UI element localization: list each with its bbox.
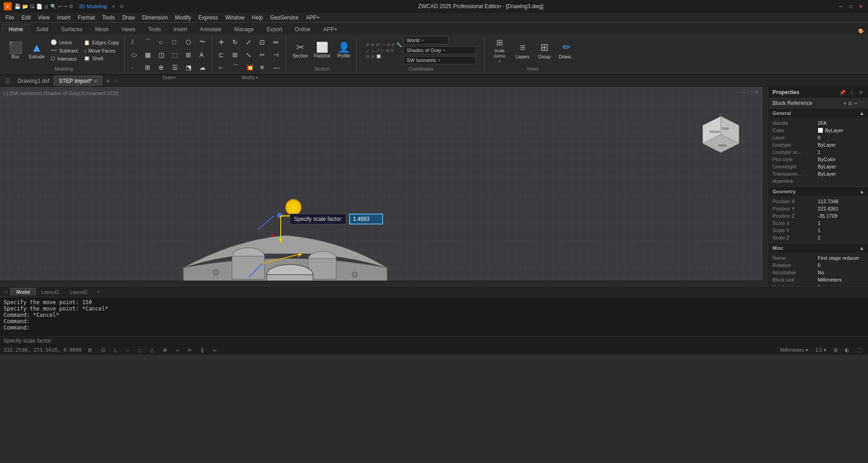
circle-btn[interactable]: ○	[156, 38, 168, 47]
extend-btn[interactable]: ⊣	[270, 50, 283, 59]
move-faces-button[interactable]: ↕ Move Faces	[81, 47, 122, 54]
boundary-btn[interactable]: ⬔	[183, 63, 196, 72]
status-osnap[interactable]: □	[135, 348, 144, 353]
status-qp[interactable]: ═	[210, 348, 219, 353]
gradient-btn[interactable]: ◫	[156, 50, 168, 59]
block-ref-edit-icon[interactable]: ✏	[854, 100, 858, 106]
subtract-button[interactable]: ➖ Subtract	[48, 47, 80, 54]
fillet-btn[interactable]: ⌐	[216, 63, 229, 72]
scale-btn[interactable]: ⤢	[243, 38, 256, 47]
status-scale[interactable]: 1:1 ▾	[813, 347, 829, 353]
array-btn[interactable]: ⊞	[230, 50, 242, 59]
horizontal-scrollbar[interactable]	[0, 281, 763, 286]
flatshot-button[interactable]: ⬜ Flatshot	[312, 37, 333, 64]
section-button[interactable]: ✂ Section	[290, 37, 310, 64]
tab-surfaces[interactable]: Surfaces	[55, 24, 89, 34]
tab-solid[interactable]: Solid	[30, 24, 55, 34]
status-otrack[interactable]: △	[148, 347, 157, 353]
move-btn[interactable]: ✛	[216, 38, 229, 47]
delete-btn[interactable]: ✕	[257, 63, 269, 72]
region-btn[interactable]: ⬚	[169, 50, 182, 59]
trim-btn[interactable]: ✂	[257, 50, 269, 59]
table-btn[interactable]: ⊞	[183, 50, 196, 59]
mtext-btn[interactable]: A	[197, 50, 209, 59]
view-dropdown[interactable]: SW Isometric ▾	[403, 56, 476, 64]
status-fit-icon[interactable]: ⊞	[831, 347, 840, 353]
status-snap-grid[interactable]: ⊡	[98, 347, 108, 353]
tab-close-icon[interactable]: ✕	[94, 79, 97, 84]
block-ref-select-icon[interactable]: ▾	[844, 100, 846, 106]
tab-views[interactable]: Views	[115, 24, 142, 34]
rect-btn[interactable]: □	[169, 38, 182, 47]
tab-manage[interactable]: Manage	[228, 24, 260, 34]
window-controls[interactable]: ─ □ ✕	[837, 3, 864, 10]
menu-geoservice[interactable]: GeoService	[267, 14, 302, 22]
geometry-section-header[interactable]: Geometry ▲	[769, 187, 868, 196]
tab-export[interactable]: Export	[260, 24, 289, 34]
explode-btn[interactable]: 💥	[243, 63, 256, 72]
status-grid[interactable]: ⊞	[85, 347, 95, 353]
scale-gizmo-button[interactable]: ⊞ Scale Gizmo ▾	[488, 37, 511, 64]
menu-express[interactable]: Express	[195, 14, 221, 22]
intersect-button[interactable]: ⬡ Intersect	[48, 55, 80, 62]
props-pin-button[interactable]: 📌	[839, 89, 846, 96]
viewport-close-icon[interactable]: ✕	[754, 89, 759, 96]
scale-input-field[interactable]	[349, 214, 383, 224]
status-isolate[interactable]: ◐	[842, 347, 852, 353]
join-btn[interactable]: —	[270, 63, 283, 72]
block-btn[interactable]: ⊞	[142, 63, 155, 72]
menu-help[interactable]: Help	[248, 14, 267, 22]
mode-dropdown[interactable]: ▾	[112, 4, 115, 10]
close-button[interactable]: ✕	[857, 3, 864, 10]
offset-btn[interactable]: ⊏	[216, 50, 229, 59]
menu-file[interactable]: File	[2, 14, 18, 22]
status-tpmode[interactable]: ‖	[198, 347, 206, 353]
layout-2[interactable]: Layout2	[64, 288, 93, 296]
draw-button[interactable]: ✏ Drawi...	[556, 37, 577, 64]
edges-copy-button[interactable]: 📋 Edges Copy	[81, 39, 122, 47]
status-ortho[interactable]: L	[111, 348, 120, 353]
command-input-field[interactable]	[52, 338, 864, 344]
shell-button[interactable]: 🔲 Shell	[81, 55, 122, 62]
menu-app[interactable]: APP+	[302, 14, 323, 22]
tab-tools[interactable]: Tools	[142, 24, 167, 34]
status-polar[interactable]: ○	[123, 348, 132, 353]
menu-tools[interactable]: Tools	[99, 14, 119, 22]
spline-btn[interactable]: 〜	[197, 37, 209, 47]
layout-model[interactable]: Model	[10, 288, 36, 296]
tab-step-import[interactable]: STEP Import* ✕	[54, 76, 102, 86]
menu-window[interactable]: Window	[221, 14, 248, 22]
misc-section-header[interactable]: Misc ▲	[769, 243, 868, 253]
status-lw[interactable]: ⊳	[185, 347, 195, 353]
menu-format[interactable]: Format	[74, 14, 99, 22]
add-layout-button[interactable]: +	[93, 287, 104, 296]
block-ref-select2-icon[interactable]: ⬚	[860, 100, 864, 106]
viewport-min-icon[interactable]: ─	[742, 89, 747, 96]
copy-btn[interactable]: ⊡	[257, 38, 269, 47]
hatch-btn[interactable]: ▦	[142, 50, 155, 59]
chamfer-btn[interactable]: ⌒	[230, 62, 242, 72]
block-ref-filter-icon[interactable]: ⊞	[848, 100, 852, 106]
tab-home[interactable]: Home	[2, 24, 30, 34]
menu-insert[interactable]: Insert	[53, 14, 74, 22]
add-tab-button[interactable]: +	[102, 76, 113, 86]
viewport[interactable]: [-] [SW Isometric] [Shades of Gray] [Unn…	[0, 87, 768, 286]
vertical-scrollbar[interactable]	[763, 87, 768, 286]
xline-btn[interactable]: ⊕	[156, 63, 168, 72]
tab-drawing1[interactable]: Drawing1.dxf	[13, 76, 54, 86]
layout-1[interactable]: Layout1	[36, 288, 64, 296]
mirror-btn[interactable]: ⇔	[270, 38, 283, 47]
status-ducs[interactable]: ⊕	[160, 347, 170, 353]
stretch-btn[interactable]: ⤡	[243, 50, 256, 59]
minimize-button[interactable]: ─	[837, 3, 844, 10]
tab-mesh[interactable]: Mesh	[89, 24, 115, 34]
viewport-restore-icon[interactable]: □	[748, 89, 752, 96]
maximize-button[interactable]: □	[847, 3, 854, 10]
layout-hamburger[interactable]: ≡	[2, 288, 10, 296]
menu-draw[interactable]: Draw	[119, 14, 139, 22]
point-btn[interactable]: ·	[129, 63, 141, 72]
box-button[interactable]: ⬛ Box	[5, 37, 25, 64]
tab-app[interactable]: APP+	[317, 24, 344, 34]
line-btn[interactable]: /	[129, 38, 141, 47]
shading-dropdown[interactable]: Shades of Gray ▾	[403, 46, 476, 54]
